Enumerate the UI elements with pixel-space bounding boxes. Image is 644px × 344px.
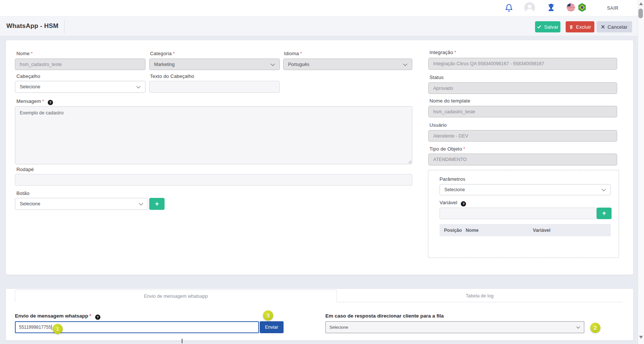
scroll-up-arrow[interactable]: [639, 2, 643, 5]
fila-label: Em caso de resposta direcionar cliente p…: [325, 313, 444, 319]
col-variavel: Variável: [533, 228, 550, 233]
botao-label: Botão: [16, 190, 29, 196]
chevron-down-icon: [136, 84, 140, 88]
usuario-label: Usuário: [429, 122, 447, 128]
required-marker: *: [454, 50, 456, 55]
logout-link[interactable]: SAIR: [607, 6, 618, 11]
col-nome: Nome: [466, 228, 479, 233]
nome-template-label: Nome do template: [429, 98, 470, 104]
required-marker: *: [300, 51, 302, 56]
stray-text-cursor: [182, 339, 182, 343]
parametros-select[interactable]: Selecione: [440, 184, 611, 195]
cancel-button-label: Cancelar: [607, 24, 628, 30]
rodape-label: Rodapé: [16, 167, 34, 172]
usuario-input[interactable]: Atendente - DEV: [428, 130, 617, 142]
trash-icon: [569, 25, 573, 29]
vertical-scrollbar[interactable]: [638, 0, 644, 344]
nome-template-input[interactable]: hsm_cadastro_teste: [428, 106, 617, 117]
tab-envio-mensagem[interactable]: Envio de mensagem whatsapp: [15, 290, 337, 302]
add-botao-button[interactable]: +: [149, 198, 165, 210]
variavel-label: Variável ?: [440, 200, 466, 206]
required-marker: *: [42, 98, 44, 104]
variavel-input[interactable]: [440, 208, 597, 219]
help-icon[interactable]: ?: [48, 100, 53, 105]
idioma-label: Idioma*: [284, 51, 302, 56]
tipo-objeto-label: Tipo de Objeto*: [429, 146, 465, 152]
save-button[interactable]: Salvar: [535, 21, 560, 32]
chevron-down-icon: [403, 61, 407, 66]
required-marker: *: [463, 146, 465, 152]
top-bar: [0, 0, 638, 16]
phone-number-input[interactable]: 5511999817755: [15, 321, 259, 333]
cabecalho-select[interactable]: Selecione: [15, 81, 146, 93]
rodape-input[interactable]: [15, 174, 412, 186]
tab-tabela-log[interactable]: Tabela de log: [337, 290, 622, 302]
tipo-objeto-input[interactable]: ATENDIMENTO: [428, 154, 617, 165]
user-avatar[interactable]: [524, 2, 535, 13]
page-title: WhatsApp - HSM: [6, 22, 59, 30]
notifications-bell-icon[interactable]: [505, 4, 513, 12]
chevron-down-icon: [139, 201, 143, 205]
help-icon[interactable]: ?: [95, 315, 100, 320]
save-button-label: Salvar: [544, 24, 558, 30]
status-input[interactable]: Aprovado: [428, 82, 617, 94]
header-divider: [64, 19, 65, 33]
col-posicao: Posição: [444, 228, 462, 233]
resize-handle[interactable]: [407, 160, 411, 163]
graduate-user-icon[interactable]: [547, 3, 556, 12]
integracao-input[interactable]: Integração Citrus QA 558340098167 - 5583…: [428, 58, 617, 70]
delete-button[interactable]: Excluir: [566, 21, 594, 32]
scrollbar-thumb[interactable]: [638, 9, 643, 18]
idioma-select[interactable]: Português: [283, 59, 412, 70]
nome-input[interactable]: hsm_cadastro_teste: [15, 59, 146, 70]
required-marker: *: [90, 313, 91, 319]
chevron-down-icon: [271, 61, 275, 66]
annotation-circle-3: 3: [263, 310, 273, 321]
cabecalho-label: Cabeçalho: [16, 73, 40, 79]
enviar-button[interactable]: Enviar: [260, 321, 284, 333]
required-marker: *: [31, 51, 32, 56]
chevron-down-icon: [576, 325, 580, 329]
envio-label: Envio de mensagem whatsapp* ?: [15, 313, 100, 320]
nome-label: Nome*: [16, 51, 33, 56]
brazil-flag-icon[interactable]: [578, 3, 587, 12]
fila-select[interactable]: Selecione: [325, 321, 584, 333]
cancel-button[interactable]: Cancelar: [597, 21, 632, 32]
help-icon[interactable]: ?: [461, 201, 466, 206]
scroll-down-arrow[interactable]: [639, 336, 643, 339]
botao-select[interactable]: Selecione: [15, 198, 148, 210]
delete-button-label: Excluir: [576, 24, 591, 30]
parametros-table-header: Posição Nome Variável: [440, 224, 611, 236]
mensagem-textarea[interactable]: Exemplo de cadastro: [15, 106, 412, 164]
chevron-down-icon: [601, 187, 606, 191]
add-variavel-button[interactable]: +: [597, 208, 612, 219]
mensagem-label: Mensagem* ?: [16, 98, 53, 105]
annotation-circle-1: 1: [53, 324, 63, 334]
required-marker: *: [173, 51, 175, 56]
texto-cabecalho-label: Texto do Cabeçalho: [150, 73, 194, 79]
categoria-select[interactable]: Marketing: [149, 59, 280, 70]
parametros-label: Parâmetros: [440, 176, 465, 182]
close-icon: [601, 25, 605, 29]
integracao-label: Integração*: [429, 50, 456, 55]
categoria-label: Categoria*: [150, 51, 175, 56]
text-cursor: [51, 325, 52, 330]
status-label: Status: [429, 75, 444, 80]
us-flag-icon[interactable]: [566, 3, 575, 12]
texto-cabecalho-input[interactable]: [149, 81, 280, 93]
check-icon: [537, 25, 541, 29]
annotation-circle-2: 2: [590, 323, 600, 333]
